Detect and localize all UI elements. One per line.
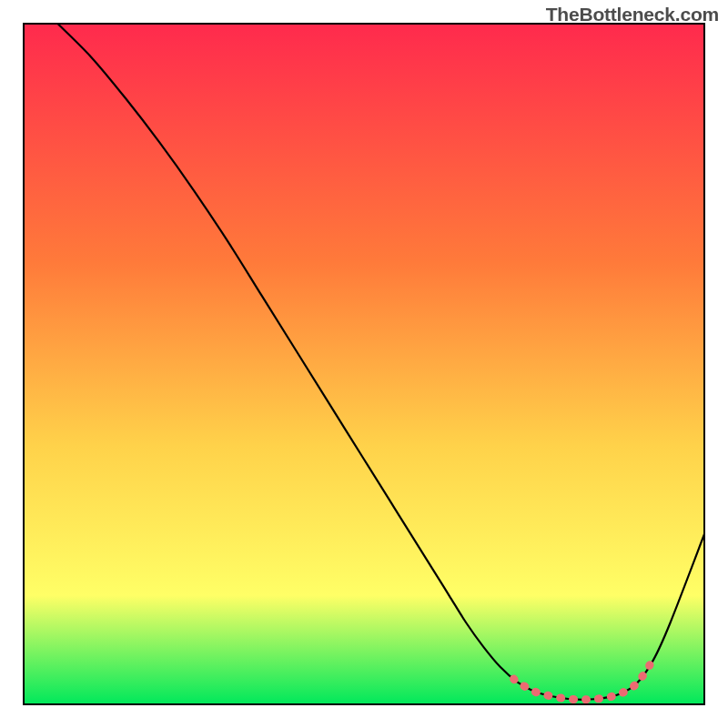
plot-background [24, 24, 704, 704]
bottleneck-chart [0, 0, 728, 728]
chart-container: TheBottleneck.com [0, 0, 728, 728]
site-watermark: TheBottleneck.com [546, 4, 719, 25]
